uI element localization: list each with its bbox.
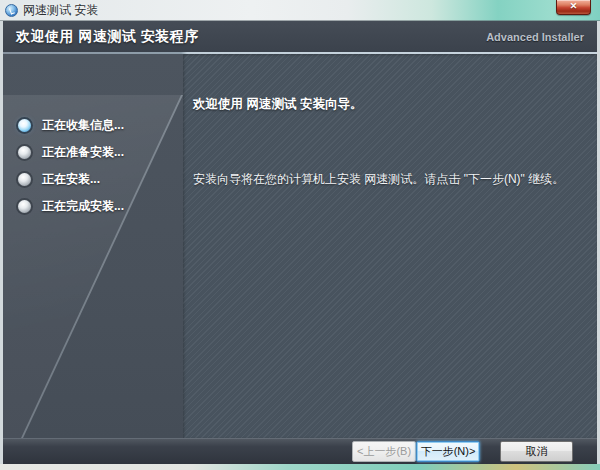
step-label: 正在完成安装... — [42, 198, 124, 215]
step-radio-icon — [18, 119, 31, 132]
cancel-button[interactable]: 取消 — [500, 441, 573, 462]
brand-label: Advanced Installer — [486, 31, 584, 43]
welcome-text: 安装向导将在您的计算机上安装 网速测试。请点击 "下一步(N)" 继续。 — [193, 171, 581, 188]
close-button[interactable]: ✕ — [556, 0, 591, 15]
step-item-installing: 正在安装... — [3, 166, 183, 193]
steps-sidebar: 正在收集信息... 正在准备安装... 正在安装... 正在完成安装... — [3, 54, 183, 438]
next-button[interactable]: 下一步(N)> — [416, 441, 480, 462]
header-bar: 欢迎使用 网速测试 安装程序 Advanced Installer — [3, 21, 597, 52]
footer-bar: <上一步(B) 下一步(N)> 取消 — [3, 438, 597, 464]
step-list: 正在收集信息... 正在准备安装... 正在安装... 正在完成安装... — [3, 54, 183, 220]
wizard-body: 正在收集信息... 正在准备安装... 正在安装... 正在完成安装... — [3, 54, 597, 438]
welcome-heading: 欢迎使用 网速测试 安装向导。 — [193, 96, 581, 113]
close-icon: ✕ — [570, 1, 578, 11]
step-label: 正在准备安装... — [42, 144, 124, 161]
step-radio-icon — [18, 173, 31, 186]
window-titlebar: 网速测试 安装 ✕ — [0, 0, 600, 21]
page-title: 欢迎使用 网速测试 安装程序 — [16, 28, 199, 46]
step-label: 正在安装... — [42, 171, 100, 188]
step-radio-icon — [18, 200, 31, 213]
window-frame: 欢迎使用 网速测试 安装程序 Advanced Installer 正在收集信息… — [0, 21, 600, 464]
step-label: 正在收集信息... — [42, 117, 124, 134]
window-title: 网速测试 安装 — [23, 0, 98, 20]
main-panel: 欢迎使用 网速测试 安装向导。 安装向导将在您的计算机上安装 网速测试。请点击 … — [183, 54, 597, 438]
installer-window: 网速测试 安装 ✕ 欢迎使用 网速测试 安装程序 Advanced Instal… — [0, 0, 600, 467]
step-item-finishing: 正在完成安装... — [3, 193, 183, 220]
step-item-preparing: 正在准备安装... — [3, 139, 183, 166]
app-icon — [5, 4, 18, 17]
step-item-collecting: 正在收集信息... — [3, 112, 183, 139]
back-button[interactable]: <上一步(B) — [352, 441, 416, 462]
step-radio-icon — [18, 146, 31, 159]
